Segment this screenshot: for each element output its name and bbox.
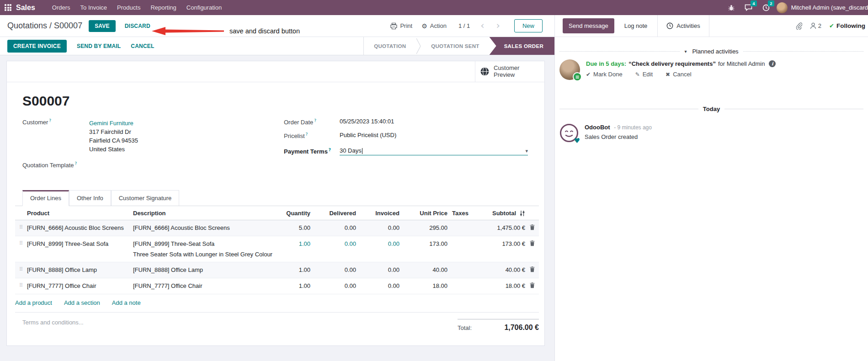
delete-row-icon[interactable] <box>525 224 539 232</box>
status-sales-order[interactable]: SALES ORDER <box>490 37 554 55</box>
discard-button[interactable]: DISCARD <box>125 23 150 29</box>
nav-menu-to-invoice[interactable]: To Invoice <box>75 0 112 15</box>
cell-invoiced[interactable]: 0.00 <box>356 266 399 273</box>
drag-handle-icon[interactable]: ⠿ <box>15 266 27 273</box>
col-product[interactable]: Product <box>27 210 133 217</box>
customer-link[interactable]: Gemini Furniture <box>89 120 138 127</box>
pager-previous-icon[interactable]: ‹ <box>479 21 485 31</box>
messages-icon[interactable]: 4 <box>742 2 756 13</box>
customer-preview-button[interactable]: Customer Preview <box>475 61 544 82</box>
drag-handle-icon[interactable]: ⠿ <box>15 224 27 231</box>
col-description[interactable]: Description <box>133 210 274 217</box>
delete-row-icon[interactable] <box>525 282 539 290</box>
cell-quantity[interactable]: 5.00 <box>274 224 310 231</box>
cancel-button[interactable]: CANCEL <box>131 43 154 49</box>
nav-menu-orders[interactable]: Orders <box>47 0 75 15</box>
cell-delivered[interactable]: 0.00 <box>310 266 356 273</box>
info-icon[interactable]: i <box>769 60 776 67</box>
log-note-button[interactable]: Log note <box>614 22 658 29</box>
cell-product[interactable]: [FURN_8999] Three-Seat Sofa <box>27 240 133 247</box>
cell-invoiced[interactable]: 0.00 <box>356 240 399 247</box>
cell-description[interactable]: [FURN_6666] Acoustic Bloc Screens <box>133 224 274 231</box>
paperclip-icon[interactable] <box>795 22 802 30</box>
cell-invoiced[interactable]: 0.00 <box>356 282 399 289</box>
add-a-product-link[interactable]: Add a product <box>15 299 52 306</box>
cell-product[interactable]: [FURN_6666] Acoustic Bloc Screens <box>27 224 133 231</box>
address-line1: 317 Fairchild Dr <box>89 128 138 135</box>
col-quantity[interactable]: Quantity <box>274 210 310 217</box>
nav-menu-configuration[interactable]: Configuration <box>181 0 227 15</box>
message-author[interactable]: OdooBot <box>585 124 610 131</box>
optional-columns-icon[interactable] <box>519 211 525 216</box>
cell-product[interactable]: [FURN_7777] Office Chair <box>27 282 133 289</box>
order-lines-header: Product Description Quantity Delivered I… <box>15 206 539 220</box>
pager-next-icon[interactable]: › <box>495 21 501 31</box>
chevron-down-icon[interactable]: ▾ <box>525 148 528 154</box>
app-name[interactable]: Sales <box>16 4 35 12</box>
cancel-activity-button[interactable]: ✖Cancel <box>666 71 692 78</box>
user-menu[interactable]: Mitchell Admin (save_discard <box>777 2 868 13</box>
cell-quantity[interactable]: 1.00 <box>274 266 310 273</box>
col-taxes[interactable]: Taxes <box>447 210 474 217</box>
planned-activities-header[interactable]: ▾ Planned activities <box>559 48 863 55</box>
cell-unit-price[interactable]: 295.00 <box>399 224 447 231</box>
delete-row-icon[interactable] <box>525 266 539 274</box>
breadcrumb-quotations[interactable]: Quotations <box>7 21 47 30</box>
debug-bug-icon[interactable] <box>724 2 738 13</box>
notebook-tabs: Order Lines Other Info Customer Signatur… <box>15 190 539 206</box>
chatter-thread: ▾ Planned activities ≡ Due in 5 days: “C… <box>555 48 868 143</box>
order-date-value[interactable]: 05/25/2023 15:40:01 <box>340 118 394 126</box>
activities-clock-icon[interactable]: 2 <box>759 2 773 13</box>
payment-terms-label: Payment Terms? <box>284 147 340 155</box>
following-button[interactable]: ✔ Following <box>829 22 865 29</box>
delete-row-icon[interactable] <box>525 240 539 248</box>
cell-delivered[interactable]: 0.00 <box>310 282 356 289</box>
cell-product[interactable]: [FURN_8888] Office Lamp <box>27 266 133 273</box>
activity-type-badge-icon: ≡ <box>573 72 582 81</box>
add-a-section-link[interactable]: Add a section <box>64 299 100 306</box>
followers-button[interactable]: 2 <box>810 22 821 29</box>
printer-icon <box>390 23 397 29</box>
status-quotation[interactable]: QUOTATION <box>364 37 416 55</box>
cell-unit-price[interactable]: 18.00 <box>399 282 447 289</box>
create-invoice-button[interactable]: CREATE INVOICE <box>7 40 67 53</box>
send-by-email-button[interactable]: SEND BY EMAIL <box>77 43 121 49</box>
pricelist-value[interactable]: Public Pricelist (USD) <box>340 132 396 139</box>
col-delivered[interactable]: Delivered <box>310 210 356 217</box>
edit-activity-button[interactable]: ✎Edit <box>635 71 653 78</box>
cell-delivered[interactable]: 0.00 <box>310 224 356 231</box>
mark-done-button[interactable]: ✔Mark Done <box>586 71 623 78</box>
save-button[interactable]: SAVE <box>89 20 116 32</box>
send-message-button[interactable]: Send message <box>563 18 614 33</box>
print-button[interactable]: Print <box>390 22 412 29</box>
tab-other-info[interactable]: Other Info <box>69 190 111 206</box>
status-quotation-sent[interactable]: QUOTATION SENT <box>421 37 489 55</box>
nav-menu-products[interactable]: Products <box>112 0 145 15</box>
add-a-note-link[interactable]: Add a note <box>112 299 141 306</box>
apps-grid-icon[interactable] <box>5 4 11 11</box>
cell-description[interactable]: [FURN_8888] Office Lamp <box>133 266 274 273</box>
cell-description[interactable]: [FURN_8999] Three-Seat Sofa Three Seater… <box>133 240 274 258</box>
chatter-message: ♥ OdooBot - 9 minutes ago Sales Order cr… <box>559 123 863 143</box>
action-button[interactable]: ⚙ Action <box>421 22 447 30</box>
cell-quantity[interactable]: 1.00 <box>274 240 310 247</box>
nav-menu-reporting[interactable]: Reporting <box>145 0 181 15</box>
cell-unit-price[interactable]: 40.00 <box>399 266 447 273</box>
terms-and-conditions-input[interactable]: Terms and conditions... <box>22 319 84 332</box>
tab-customer-signature[interactable]: Customer Signature <box>111 190 180 206</box>
cell-quantity[interactable]: 1.00 <box>274 282 310 289</box>
cell-invoiced[interactable]: 0.00 <box>356 224 399 231</box>
cell-unit-price[interactable]: 173.00 <box>399 240 447 247</box>
cell-description[interactable]: [FURN_7777] Office Chair <box>133 282 274 289</box>
payment-terms-input[interactable]: 30 Days ▾ <box>340 147 528 155</box>
new-button[interactable]: New <box>514 19 543 32</box>
col-subtotal[interactable]: Subtotal <box>492 210 516 217</box>
col-unit-price[interactable]: Unit Price <box>399 210 447 217</box>
drag-handle-icon[interactable]: ⠿ <box>15 240 27 247</box>
col-invoiced[interactable]: Invoiced <box>356 210 399 217</box>
drag-handle-icon[interactable]: ⠿ <box>15 282 27 289</box>
activities-button[interactable]: Activities <box>657 15 709 37</box>
tab-order-lines[interactable]: Order Lines <box>22 190 69 206</box>
cell-delivered[interactable]: 0.00 <box>310 240 356 247</box>
action-statusbar-row: CREATE INVOICE SEND BY EMAIL CANCEL QUOT… <box>0 37 554 55</box>
